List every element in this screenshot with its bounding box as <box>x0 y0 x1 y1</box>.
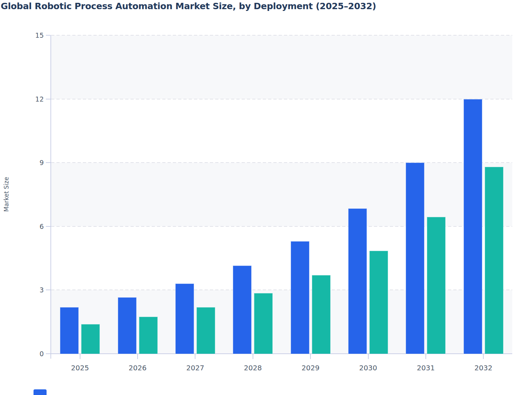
x-tick-mark <box>253 354 253 359</box>
y-tick-mark <box>46 290 50 290</box>
y-tick-mark <box>46 353 50 354</box>
x-tick-label-2029: 2029 <box>282 364 339 372</box>
x-tick-label-2030: 2030 <box>339 364 397 372</box>
x-tick-mark <box>368 354 369 359</box>
legend-marker-partial[interactable] <box>34 389 47 395</box>
y-tick-label: 0 <box>40 350 44 358</box>
bar-group-2032: 2032 <box>455 35 512 354</box>
bar-2029-series2[interactable] <box>312 275 331 354</box>
y-tick-label: 15 <box>35 31 44 39</box>
bar-2026-series2[interactable] <box>139 317 158 354</box>
bar-2028-series2[interactable] <box>254 293 273 354</box>
bar-2026-series1[interactable] <box>118 297 137 354</box>
bar-2028-series1[interactable] <box>233 266 252 354</box>
x-tick-mark <box>425 354 426 359</box>
x-tick-mark <box>80 354 80 359</box>
x-tick-mark <box>195 354 195 359</box>
x-tick-mark <box>137 354 138 359</box>
bar-group-2026: 2026 <box>109 35 166 354</box>
bar-2030-series1[interactable] <box>348 208 367 354</box>
bar-2031-series1[interactable] <box>406 163 424 354</box>
bar-group-2029: 2029 <box>282 35 339 354</box>
bar-2029-series1[interactable] <box>291 241 309 354</box>
bar-2025-series1[interactable] <box>60 307 79 354</box>
y-tick-mark <box>46 35 50 36</box>
bar-group-2030: 2030 <box>339 35 397 354</box>
y-tick-mark <box>46 99 50 99</box>
bar-2031-series2[interactable] <box>427 217 446 354</box>
y-tick-label: 12 <box>35 95 44 103</box>
x-tick-label-2032: 2032 <box>455 364 512 372</box>
x-tick-label-2026: 2026 <box>109 364 166 372</box>
y-tick-label: 6 <box>40 223 44 230</box>
y-tick-label: 9 <box>40 159 44 166</box>
bar-group-2028: 2028 <box>224 35 282 354</box>
x-tick-label-2027: 2027 <box>167 364 224 372</box>
y-tick-label: 3 <box>40 286 44 294</box>
x-tick-label-2031: 2031 <box>397 364 454 372</box>
bar-2027-series2[interactable] <box>197 307 215 354</box>
x-tick-label-2025: 2025 <box>51 364 109 372</box>
y-axis-title: Market Size <box>3 166 10 223</box>
bar-2027-series1[interactable] <box>175 284 194 354</box>
x-tick-mark <box>483 354 484 359</box>
bar-2032-series1[interactable] <box>464 99 482 354</box>
y-tick-mark <box>46 226 50 227</box>
bar-group-2031: 2031 <box>397 35 454 354</box>
plot-area: 0369121520252026202720282029203020312032 <box>51 35 512 354</box>
y-tick-mark <box>46 162 50 163</box>
bar-2025-series2[interactable] <box>81 324 100 354</box>
bar-group-2027: 2027 <box>167 35 224 354</box>
x-tick-mark <box>310 354 311 359</box>
x-tick-label-2028: 2028 <box>224 364 282 372</box>
bar-2030-series2[interactable] <box>369 251 388 354</box>
chart-title: Global Robotic Process Automation Market… <box>1 1 376 11</box>
bar-group-2025: 2025 <box>51 35 109 354</box>
bar-2032-series2[interactable] <box>485 167 503 354</box>
